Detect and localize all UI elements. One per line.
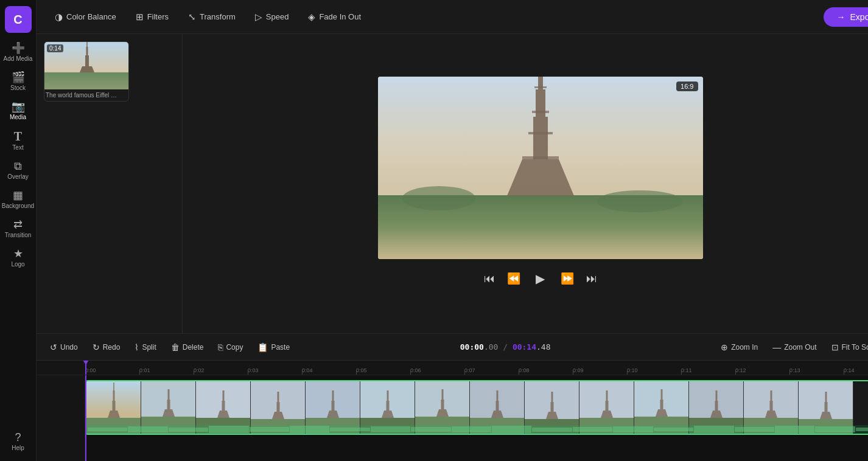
aspect-ratio-badge: 16:9	[676, 81, 698, 91]
export-icon: →	[837, 12, 845, 22]
rewind-button[interactable]: ⏪	[504, 269, 523, 288]
waveform-bar	[654, 428, 693, 431]
sidebar-item-background[interactable]: ▦ Background	[0, 185, 36, 214]
copy-button[interactable]: ⎘ Copy	[212, 339, 249, 355]
sidebar-item-transition[interactable]: ⇄ Transition	[0, 214, 36, 243]
audio-waveform	[86, 425, 868, 434]
total-time: 00:14.48	[513, 342, 551, 352]
waveform-bar	[694, 426, 733, 432]
filters-icon: ⊞	[136, 12, 144, 23]
svg-rect-38	[277, 402, 280, 412]
ruler-mark-11: 0:11	[681, 361, 735, 375]
ruler-mark-0: 0:00	[85, 361, 139, 375]
video-clip[interactable]	[85, 380, 868, 435]
playhead[interactable]	[85, 361, 86, 375]
zoom-out-button[interactable]: — Zoom Out	[766, 339, 822, 355]
timeline-body: 0:00 0:01 0:02 0:03	[37, 361, 868, 461]
delete-button[interactable]: 🗑 Delete	[165, 339, 210, 355]
export-label: Export	[850, 12, 868, 22]
fit-to-screen-button[interactable]: ⊡ Fit To Screen	[825, 339, 868, 355]
fast-forward-button[interactable]: ⏩	[558, 269, 577, 288]
svg-rect-79	[716, 390, 718, 401]
filters-label: Filters	[147, 12, 169, 21]
svg-rect-24	[113, 383, 114, 390]
fit-to-screen-label: Fit To Screen	[842, 343, 868, 352]
svg-rect-49	[387, 390, 389, 401]
delete-icon: 🗑	[171, 342, 180, 352]
ruler-mark-4: 0:04	[302, 361, 356, 375]
redo-label: Redo	[103, 343, 121, 352]
play-pause-button[interactable]: ▶	[528, 266, 553, 291]
ruler-mark-6: 0:06	[410, 361, 464, 375]
paste-button[interactable]: 📋 Paste	[251, 339, 296, 355]
ruler-mark-2: 0:02	[194, 361, 248, 375]
sidebar-item-add-media-label: Add Media	[4, 55, 33, 62]
speed-button[interactable]: ▷ Speed	[247, 8, 298, 26]
fade-label: Fade In Out	[319, 12, 361, 21]
time-separator: /	[503, 342, 513, 352]
svg-rect-64	[551, 392, 553, 402]
media-thumbnail[interactable]: 0:14 The world famous Eiffel …	[44, 41, 129, 102]
waveform-bar	[371, 426, 410, 432]
color-balance-button[interactable]: ◑ Color Balance	[46, 8, 125, 26]
waveform-bar	[492, 426, 531, 433]
svg-rect-3	[85, 55, 89, 66]
transform-icon: ⤡	[188, 12, 196, 23]
topbar-tools: ◑ Color Balance ⊞ Filters ⤡ Transform ▷ …	[46, 8, 369, 26]
svg-rect-4	[86, 47, 88, 55]
sidebar-item-text[interactable]: T Text	[0, 125, 36, 156]
playhead-head	[83, 361, 89, 365]
undo-button[interactable]: ↺ Undo	[44, 339, 84, 355]
svg-rect-54	[442, 389, 444, 400]
sidebar-item-add-media[interactable]: ➕ Add Media	[0, 38, 36, 67]
current-time: 00:00.00	[460, 342, 499, 352]
media-thumb-label: The world famous Eiffel …	[44, 89, 128, 101]
timeline-section: ↺ Undo ↻ Redo ⌇ Split 🗑 Delete ⎘ Copy 📋	[37, 333, 868, 461]
fade-in-out-button[interactable]: ◈ Fade In Out	[299, 8, 369, 26]
sidebar-item-logo-label: Logo	[11, 261, 24, 268]
background-icon: ▦	[13, 190, 23, 201]
svg-rect-69	[606, 390, 608, 401]
sidebar-item-logo[interactable]: ★ Logo	[0, 243, 36, 272]
export-button[interactable]: → Export	[824, 7, 868, 27]
svg-rect-84	[771, 390, 772, 401]
svg-rect-74	[661, 389, 663, 400]
time-display: 00:00.00 / 00:14.48	[453, 342, 558, 352]
svg-rect-83	[770, 401, 773, 411]
sidebar-item-help[interactable]: ? Help	[0, 427, 36, 456]
skip-to-start-button[interactable]: ⏮	[480, 269, 499, 288]
logo-icon: ★	[13, 248, 23, 259]
sidebar-item-media[interactable]: 📷 Media	[0, 96, 36, 125]
playback-controls: ⏮ ⏪ ▶ ⏩ ⏭	[480, 266, 601, 291]
sidebar-item-stock[interactable]: 🎬 Stock	[0, 67, 36, 96]
ruler-mark-13: 0:13	[789, 361, 844, 375]
fit-to-screen-icon: ⊡	[831, 342, 839, 352]
sidebar-item-background-label: Background	[2, 203, 34, 209]
waveform-bar	[856, 428, 868, 431]
ruler-mark-3: 0:03	[248, 361, 302, 375]
sidebar: C ➕ Add Media 🎬 Stock 📷 Media T Text ⧉ O…	[0, 0, 37, 461]
skip-to-end-button[interactable]: ⏭	[582, 269, 601, 288]
transform-button[interactable]: ⤡ Transform	[180, 8, 244, 26]
track-label-column	[37, 375, 85, 461]
main-area: ◑ Color Balance ⊞ Filters ⤡ Transform ▷ …	[37, 0, 868, 461]
zoom-in-label: Zoom In	[731, 343, 758, 352]
ruler-marks: 0:00 0:01 0:02 0:03	[85, 361, 868, 375]
zoom-in-button[interactable]: ⊕ Zoom In	[715, 339, 764, 355]
waveform-bar	[775, 426, 814, 434]
undo-label: Undo	[60, 343, 78, 352]
svg-rect-15	[532, 111, 549, 113]
redo-button[interactable]: ↻ Redo	[86, 339, 127, 355]
split-button[interactable]: ⌇ Split	[128, 339, 162, 355]
overlay-icon: ⧉	[14, 161, 22, 172]
filters-button[interactable]: ⊞ Filters	[127, 8, 177, 26]
undo-icon: ↺	[50, 342, 57, 352]
color-balance-label: Color Balance	[66, 12, 116, 21]
waveform-bar	[209, 426, 248, 434]
svg-rect-68	[606, 401, 609, 411]
copy-label: Copy	[226, 343, 243, 352]
waveform-bar	[735, 427, 774, 432]
sidebar-item-overlay[interactable]: ⧉ Overlay	[0, 156, 36, 185]
waveform-bar	[290, 426, 329, 432]
app-logo[interactable]: C	[5, 6, 32, 33]
